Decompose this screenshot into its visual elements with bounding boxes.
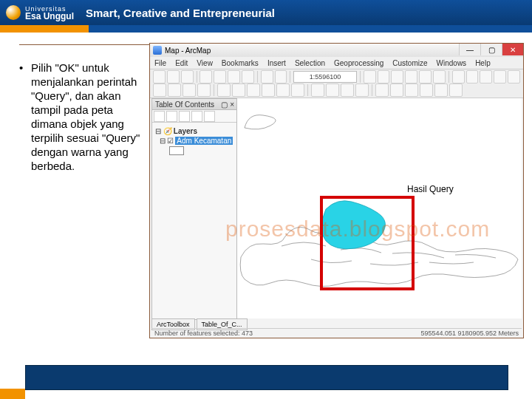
tool-icon[interactable] xyxy=(364,70,376,83)
tool-icon[interactable] xyxy=(405,70,417,83)
tool-icon[interactable] xyxy=(434,83,448,97)
minimize-button[interactable]: — xyxy=(459,44,480,55)
tool-icon[interactable] xyxy=(449,83,463,97)
toc-icon[interactable] xyxy=(179,111,190,122)
highlight-box xyxy=(320,196,415,290)
toc-icon[interactable] xyxy=(154,111,165,122)
scale-field[interactable]: 1:5596100 xyxy=(293,71,357,83)
bullet-item: Pilih "OK" untuk menjalankan perintah "Q… xyxy=(19,61,145,173)
menu-help[interactable]: Help xyxy=(475,59,491,67)
menu-customize[interactable]: Customize xyxy=(392,59,427,67)
map-canvas[interactable]: Hasil Query prosesdata.blogspot.com xyxy=(237,98,522,318)
toc-icon[interactable] xyxy=(204,111,215,122)
tool-icon[interactable] xyxy=(217,83,231,97)
tool-icon[interactable] xyxy=(168,83,181,97)
tool-icon[interactable] xyxy=(275,70,287,83)
tool-icon[interactable] xyxy=(167,70,180,83)
tool-icon[interactable] xyxy=(355,83,369,97)
label-hasil-query: Hasil Query xyxy=(407,184,454,194)
tool-icon[interactable] xyxy=(181,70,194,83)
menu-insert[interactable]: Insert xyxy=(267,59,286,67)
tool-icon[interactable] xyxy=(276,83,290,97)
status-bar: Number of features selected: 473 595544.… xyxy=(151,328,522,338)
toc-icon[interactable] xyxy=(166,111,177,122)
tool-icon[interactable] xyxy=(326,83,339,97)
tool-icon[interactable] xyxy=(242,70,254,83)
toolbar: 1:5596100 xyxy=(150,69,523,98)
bullet-text: Pilih "OK" untuk menjalankan perintah "Q… xyxy=(19,61,145,173)
tool-icon[interactable] xyxy=(420,83,433,97)
accent-bar xyxy=(0,25,532,33)
university-name: UniversitasEsa Unggul xyxy=(25,5,74,21)
tool-icon[interactable] xyxy=(419,70,432,83)
toc-header: Table Of Contents▢ × xyxy=(152,99,236,110)
layer-swatch xyxy=(155,146,233,155)
tool-icon[interactable] xyxy=(197,83,211,97)
menu-geoprocessing[interactable]: Geoprocessing xyxy=(334,59,383,67)
tool-icon[interactable] xyxy=(311,83,324,97)
logo-icon xyxy=(6,5,21,20)
tool-icon[interactable] xyxy=(153,83,166,97)
menu-selection[interactable]: Selection xyxy=(295,59,325,67)
tool-icon[interactable] xyxy=(200,70,212,83)
tool-icon[interactable] xyxy=(466,70,479,83)
tool-icon[interactable] xyxy=(341,83,354,97)
tool-icon[interactable] xyxy=(480,70,492,83)
tool-icon[interactable] xyxy=(214,70,226,83)
tagline: Smart, Creative and Entrepreneurial xyxy=(86,7,275,19)
tool-icon[interactable] xyxy=(232,83,245,97)
status-selection: Number of features selected: 473 xyxy=(154,330,253,337)
menu-view[interactable]: View xyxy=(197,59,213,67)
tool-icon[interactable] xyxy=(452,70,465,83)
menu-edit[interactable]: Edit xyxy=(175,59,188,67)
layers-root[interactable]: ⊟ 🧭 Layers xyxy=(155,127,233,135)
toc-icon[interactable] xyxy=(191,111,202,122)
tool-icon[interactable] xyxy=(262,83,275,97)
slide-footer xyxy=(0,364,532,399)
tool-icon[interactable] xyxy=(433,70,446,83)
status-coords: 595544.051 9180905.952 Meters xyxy=(420,330,519,337)
tool-icon[interactable] xyxy=(391,70,403,83)
tool-icon[interactable] xyxy=(153,70,166,83)
tool-icon[interactable] xyxy=(183,83,196,97)
tool-icon[interactable] xyxy=(405,83,418,97)
tool-icon[interactable] xyxy=(261,70,273,83)
arcmap-screenshot: Map - ArcMap — ▢ ✕ File Edit View Bookma… xyxy=(149,43,524,338)
tool-icon[interactable] xyxy=(494,70,506,83)
layer-item[interactable]: ⊟ ☑ Adm Kecamatan xyxy=(155,137,233,145)
tool-icon[interactable] xyxy=(291,83,304,97)
tool-icon[interactable] xyxy=(390,83,403,97)
menu-file[interactable]: File xyxy=(154,59,166,67)
tool-icon[interactable] xyxy=(375,83,389,97)
app-icon xyxy=(153,46,162,55)
menu-windows[interactable]: Windows xyxy=(437,59,467,67)
menubar[interactable]: File Edit View Bookmarks Insert Selectio… xyxy=(150,57,523,69)
maximize-button[interactable]: ▢ xyxy=(480,44,502,55)
titlebar: Map - ArcMap — ▢ ✕ xyxy=(150,44,523,57)
tool-icon[interactable] xyxy=(247,83,260,97)
slide-header: UniversitasEsa Unggul Smart, Creative an… xyxy=(0,0,532,25)
tool-icon[interactable] xyxy=(378,70,390,83)
menu-bookmarks[interactable]: Bookmarks xyxy=(222,59,259,67)
table-of-contents-panel: Table Of Contents▢ × ⊟ 🧭 Layers ⊟ ☑ Adm … xyxy=(151,98,237,320)
toc-toolbar xyxy=(152,110,236,123)
window-title: Map - ArcMap xyxy=(165,47,211,55)
tool-icon[interactable] xyxy=(508,70,520,83)
tool-icon[interactable] xyxy=(228,70,240,83)
close-button[interactable]: ✕ xyxy=(502,44,523,55)
